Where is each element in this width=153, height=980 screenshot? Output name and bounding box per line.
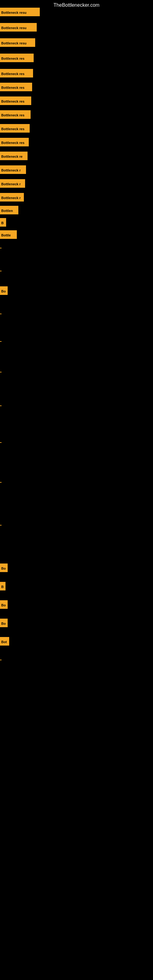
bar-line [0,313,2,314]
bar-item: Bottleneck res [0,83,32,91]
bar-item: Bot [0,637,9,646]
bar-label: Bottleneck res [0,110,30,119]
bar-item: Bo [0,600,8,609]
bar-label: Bottleneck resu [0,38,35,47]
bar-item: Bo [0,619,8,627]
bar-label: Bottle [0,230,17,239]
bar-label: Bottleneck res [0,138,29,146]
bar-line [0,248,2,248]
bar-item: Bottleneck res [0,54,33,62]
bar-line [0,525,2,525]
bar-label: Bottleneck res [0,54,33,62]
bar-item [0,266,2,275]
bar-label: Bottleneck res [0,69,33,78]
bar-item: Bottleneck res [0,97,31,105]
bar-label: B [0,582,5,590]
bar-item: Bottleneck res [0,110,30,119]
bar-item [0,243,2,252]
bar-label: Bo [0,563,8,572]
chart-container: TheBottlenecker.com Bottleneck resuBottl… [0,0,153,980]
bar-item: Bottleneck res [0,69,33,78]
bar-label: Bottleneck res [0,97,31,105]
bar-item [0,520,2,529]
bar-item: Bottleneck re [0,151,27,160]
bar-line [0,406,2,406]
bar-label: Bottleneck resu [0,23,37,32]
bar-item [0,368,2,376]
bar-item: Bottleneck resu [0,8,40,16]
bar-line [0,482,2,483]
bar-line [0,660,2,660]
bar-item: Bottleneck resu [0,23,37,32]
bar-label: Bottleneck resu [0,8,40,16]
bar-label: Bottleneck re [0,151,27,160]
bar-item: Bottleneck resu [0,38,35,47]
bar-item: Bo [0,286,8,295]
bar-line [0,271,2,271]
bar-line [0,372,2,372]
bar-item: Bottleneck r [0,165,26,174]
bar-label: Bottleneck r [0,179,25,188]
bar-label: Bottlen [0,206,18,215]
bar-item [0,438,2,447]
bar-item: Bottleneck r [0,179,25,188]
bar-line [0,442,2,443]
bar-label: B [0,218,6,227]
bar-label: Bottleneck r [0,193,24,202]
bar-label: Bot [0,637,9,646]
bar-item [0,337,2,345]
bar-item: Bottleneck res [0,138,29,146]
bar-item: Bo [0,563,8,572]
bar-item [0,309,2,318]
bar-label: Bo [0,286,8,295]
bar-item: Bottleneck res [0,124,30,133]
bar-label: Bottleneck res [0,124,30,133]
bar-item: Bottlen [0,206,18,215]
bar-label: Bo [0,619,8,627]
bar-item: Bottleneck r [0,193,24,202]
bar-item: B [0,582,5,590]
bar-item [0,478,2,486]
bar-label: Bo [0,600,8,609]
bar-item: Bottle [0,230,17,239]
bar-label: Bottleneck res [0,83,32,91]
bar-item [0,401,2,410]
bar-label: Bottleneck r [0,165,26,174]
bar-item: B [0,218,6,227]
bar-item [0,655,2,664]
bar-line [0,341,2,342]
